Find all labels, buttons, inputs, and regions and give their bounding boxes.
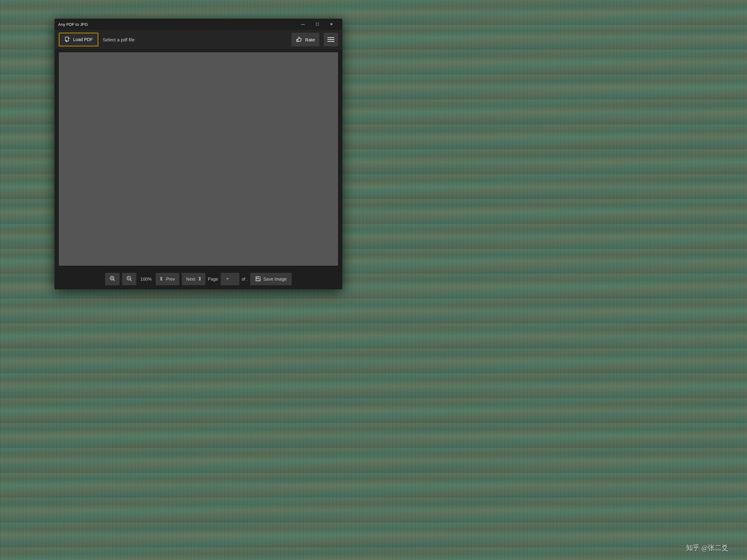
menu-line-2 [328, 39, 334, 40]
bottom-toolbar: 100% Prev Next Page [54, 269, 342, 289]
load-pdf-button[interactable]: Load PDF [59, 33, 98, 46]
next-icon [197, 276, 201, 282]
zoom-in-button[interactable] [105, 273, 120, 285]
prev-button[interactable]: Prev [156, 273, 179, 285]
page-dropdown[interactable] [221, 273, 239, 285]
zoom-percent: 100% [139, 276, 153, 282]
close-button[interactable]: ✕ [324, 19, 339, 29]
menu-line-3 [328, 41, 334, 42]
dropdown-chevron-icon [226, 276, 229, 282]
save-icon [255, 276, 261, 283]
main-toolbar: Load PDF Select a pdf file Rate [54, 30, 342, 49]
of-label: of . [242, 276, 248, 282]
title-bar: Any PDF to JPG — ☐ ✕ [54, 19, 342, 30]
prev-label: Prev [166, 276, 175, 282]
zoom-in-icon [109, 275, 115, 283]
watermark: 知乎 @张二爻 [686, 543, 728, 553]
rate-label: Rate [305, 37, 315, 42]
pdf-preview-canvas [59, 52, 338, 266]
app-window: Any PDF to JPG — ☐ ✕ [54, 19, 342, 289]
load-pdf-label: Load PDF [73, 37, 93, 42]
select-pdf-text: Select a pdf file [103, 37, 287, 42]
window-controls: — ☐ ✕ [296, 19, 339, 29]
next-label: Next [186, 276, 195, 282]
menu-button[interactable] [324, 33, 338, 46]
svg-rect-7 [256, 279, 260, 281]
save-label: Save Image [263, 276, 287, 282]
save-image-button[interactable]: Save Image [250, 273, 292, 285]
next-button[interactable]: Next [182, 273, 205, 285]
thumbsup-icon [296, 36, 303, 43]
rate-button[interactable]: Rate [291, 33, 319, 46]
svg-rect-2 [297, 39, 298, 42]
page-label: Page [208, 276, 218, 282]
zoom-out-button[interactable] [122, 273, 136, 285]
load-pdf-icon [65, 36, 71, 43]
menu-line-1 [328, 37, 334, 38]
prev-icon [160, 276, 164, 282]
app-title: Any PDF to JPG [58, 22, 296, 27]
preview-area [54, 49, 342, 269]
zoom-out-icon [126, 275, 132, 283]
minimize-button[interactable]: — [296, 19, 310, 29]
maximize-button[interactable]: ☐ [310, 19, 324, 29]
